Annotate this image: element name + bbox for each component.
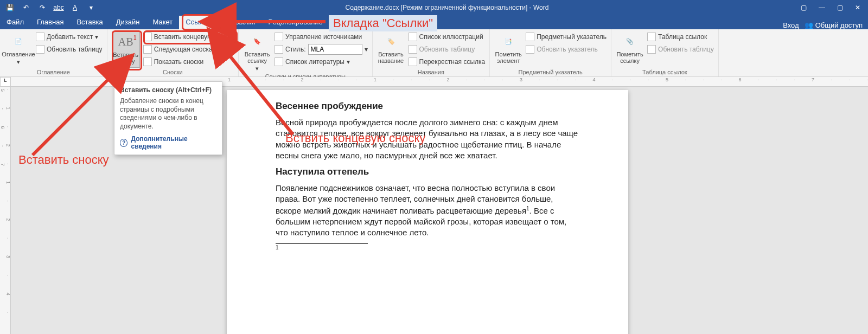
document-title: Содержание.docx [Режим ограниченной функ… [101,4,793,11]
figures-icon [409,33,417,41]
next-footnote-icon [143,45,152,54]
update-index-button[interactable]: Обновить указатель [526,44,607,55]
font-color-icon[interactable]: A [71,3,79,12]
update-icon [647,45,656,54]
show-notes-icon [143,57,152,66]
redo-icon[interactable]: ↷ [38,3,47,12]
qat-more-icon[interactable]: ▾ [87,3,95,12]
tab-mailings[interactable]: Рассылки [217,16,261,29]
tooltip-link[interactable]: Дополнительные сведения [120,135,216,150]
insert-endnote-button[interactable]: Вставить концевую сноску [143,31,234,42]
style-input[interactable] [308,44,362,55]
mark-citation-icon: 📎 [621,33,639,50]
sources-icon [275,33,283,41]
paragraph-1[interactable]: Весной природа пробуждается после долгог… [276,117,579,161]
mark-entry-button[interactable]: 📑 Пометить элемент [494,31,522,68]
ribbon: 📄 Оглавление▾ Добавить текст ▾ Обновить … [0,29,868,77]
footnote-text[interactable]: 1 [276,244,579,252]
group-captions: 🏷️ Вставить название Список иллюстраций … [373,29,490,76]
style-icon [275,45,283,54]
update-captions-button[interactable]: Обновить таблицу [409,44,486,55]
undo-icon[interactable]: ↶ [22,3,30,12]
style-selector[interactable]: Стиль: ▾ [275,44,367,55]
paragraph-2[interactable]: Появление подснежников означает, что вес… [276,183,579,238]
group-label: Предметный указатель [494,68,607,75]
citation-icon: 🔖 [248,33,266,50]
save-icon[interactable]: 💾 [5,3,14,12]
biblio-icon [275,57,283,66]
update-toc-button[interactable]: Обновить таблицу [36,44,103,55]
close-icon[interactable]: ✕ [855,4,860,11]
caption-icon: 🏷️ [382,33,400,50]
heading-2[interactable]: Наступила оттепель [276,166,579,177]
crossref-icon [409,57,417,66]
footnote-icon: AB1 [117,33,135,50]
ruler-vertical[interactable]: · 1 · 2 · 1 · 2 · 3 · 4 · 5 · 6 · 7 [0,87,11,334]
update-icon [36,45,44,54]
tell-me[interactable]: 💡 Что вы хотите сделать? [329,21,783,29]
mark-entry-icon: 📑 [500,33,517,50]
tooltip-body: Добавление сноски в конец страницы с под… [120,97,216,131]
group-toa: 📎 Пометить ссылку Таблица ссылок Обновит… [611,29,719,76]
bibliography-button[interactable]: Список литературы ▾ [275,56,367,67]
group-label: Оглавление [4,68,103,75]
insert-citation-button[interactable]: 🔖 Вставить ссылку▾ [243,31,271,72]
insert-index-button[interactable]: Предметный указатель [526,31,607,42]
group-citations: 🔖 Вставить ссылку▾ Управление источникам… [239,29,372,76]
add-text-icon [36,33,44,41]
title-bar: 💾 ↶ ↷ abc A ▾ Содержание.docx [Режим огр… [0,0,868,15]
group-label: Названия [377,68,486,75]
window-buttons: ▢ — ▢ ✕ [793,4,868,11]
tab-review[interactable]: Рецензирование [261,16,329,29]
insert-caption-button[interactable]: 🏷️ Вставить название [377,31,405,68]
toc-icon: 📄 [10,33,27,50]
tab-insert[interactable]: Вставка [70,16,109,29]
toc-button[interactable]: 📄 Оглавление▾ [4,31,33,68]
add-text-button[interactable]: Добавить текст ▾ [36,31,103,42]
tab-file[interactable]: Файл [0,16,30,29]
tab-design[interactable]: Дизайн [110,16,146,29]
cross-ref-button[interactable]: Перекрестная ссылка [409,56,486,67]
insert-footnote-button[interactable]: AB1 Вставить сноску [112,31,140,68]
heading-1[interactable]: Весеннее пробуждение [276,101,579,112]
document-page[interactable]: Весеннее пробуждение Весной природа проб… [227,90,628,334]
group-toc: 📄 Оглавление▾ Добавить текст ▾ Обновить … [0,29,107,76]
group-label: Таблица ссылок [616,68,714,75]
update-toa-button[interactable]: Обновить таблицу [647,44,714,55]
maximize-icon[interactable]: ▢ [837,4,843,11]
group-footnotes: AB1 Вставить сноску Вставить концевую сн… [107,29,239,76]
signin-link[interactable]: Вход [783,21,799,29]
toa-icon [647,33,656,41]
tab-layout[interactable]: Макет [146,16,179,29]
insert-toa-button[interactable]: Таблица ссылок [647,31,714,42]
show-notes-button[interactable]: Показать сноски [143,56,234,67]
tab-references[interactable]: Ссылки [179,16,217,29]
share-button[interactable]: 👥 Общий доступ [805,21,863,29]
ribbon-tabs: Файл Главная Вставка Дизайн Макет Ссылки… [0,15,868,29]
next-footnote-button[interactable]: Следующая сноска ▾ [143,44,234,55]
tab-home[interactable]: Главная [30,16,70,29]
minimize-icon[interactable]: — [819,4,825,11]
update-icon [409,45,417,54]
tooltip: Вставить сноску (Alt+Ctrl+F) Добавление … [114,81,222,155]
update-icon [526,45,534,54]
ruler-corner[interactable]: L [0,77,11,87]
mark-citation-button[interactable]: 📎 Пометить ссылку [616,31,644,68]
ribbon-options-icon[interactable]: ▢ [801,4,807,11]
group-label: Сноски [112,68,234,75]
tooltip-title: Вставить сноску (Alt+Ctrl+F) [120,86,216,94]
manage-sources-button[interactable]: Управление источниками [275,31,367,42]
quick-access-toolbar: 💾 ↶ ↷ abc A ▾ [0,3,101,12]
index-icon [526,33,534,41]
endnote-icon [143,33,152,41]
figures-list-button[interactable]: Список иллюстраций [409,31,486,42]
spellcheck-icon[interactable]: abc [54,3,63,12]
group-index: 📑 Пометить элемент Предметный указатель … [490,29,611,76]
